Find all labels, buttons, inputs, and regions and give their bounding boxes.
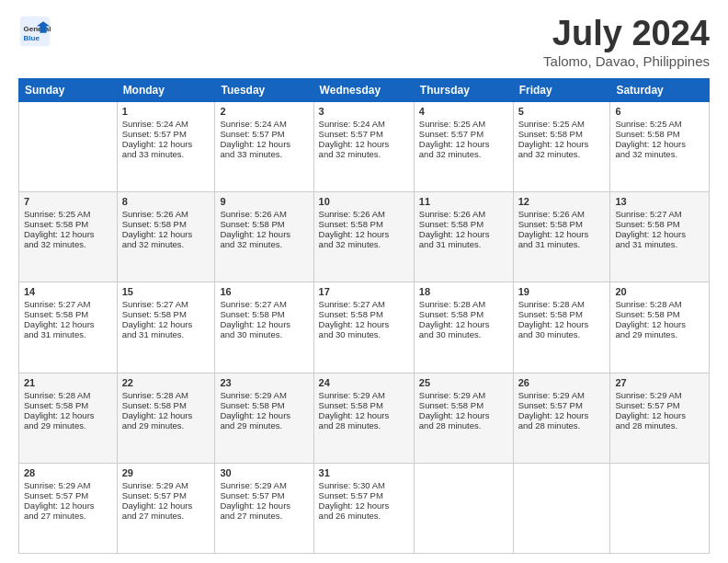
- cell-text: Sunrise: 5:28 AM: [122, 390, 210, 400]
- day-number: 18: [419, 286, 508, 297]
- cell-text: Sunrise: 5:29 AM: [122, 480, 210, 490]
- calendar-cell: 24Sunrise: 5:29 AMSunset: 5:58 PMDayligh…: [313, 373, 414, 463]
- calendar-title: July 2024: [543, 15, 710, 53]
- cell-text: Daylight: 12 hours: [220, 319, 308, 329]
- cell-text: Sunrise: 5:24 AM: [319, 119, 409, 129]
- cell-text: Sunrise: 5:25 AM: [24, 209, 112, 219]
- cell-text: Sunrise: 5:28 AM: [518, 299, 606, 309]
- cell-text: Sunset: 5:58 PM: [419, 219, 508, 229]
- calendar-cell: [610, 463, 710, 553]
- cell-text: and 30 minutes.: [518, 329, 606, 339]
- cell-text: Daylight: 12 hours: [615, 410, 704, 420]
- cell-text: Sunrise: 5:29 AM: [220, 390, 308, 400]
- cell-text: and 29 minutes.: [220, 420, 308, 431]
- cell-text: Sunset: 5:57 PM: [24, 490, 112, 500]
- cell-text: and 32 minutes.: [24, 239, 112, 249]
- calendar-table: Sunday Monday Tuesday Wednesday Thursday…: [18, 78, 710, 554]
- cell-text: Sunset: 5:58 PM: [24, 309, 112, 319]
- cell-text: and 28 minutes.: [419, 420, 508, 431]
- day-number: 11: [419, 196, 508, 207]
- calendar-cell: 16Sunrise: 5:27 AMSunset: 5:58 PMDayligh…: [215, 282, 313, 373]
- day-number: 20: [615, 286, 704, 297]
- calendar-cell: 2Sunrise: 5:24 AMSunset: 5:57 PMDaylight…: [215, 101, 313, 191]
- calendar-page: General Blue General Blue July 2024 Talo…: [0, 0, 728, 563]
- cell-text: and 28 minutes.: [319, 420, 409, 431]
- cell-text: Sunrise: 5:28 AM: [419, 299, 508, 309]
- cell-text: Sunset: 5:57 PM: [419, 129, 508, 139]
- cell-text: and 31 minutes.: [122, 329, 210, 339]
- cell-text: and 27 minutes.: [122, 511, 210, 521]
- cell-text: Sunset: 5:58 PM: [518, 129, 606, 139]
- cell-text: and 31 minutes.: [419, 239, 508, 249]
- col-wednesday: Wednesday: [313, 78, 414, 101]
- col-thursday: Thursday: [414, 78, 513, 101]
- day-number: 30: [220, 467, 308, 478]
- cell-text: Daylight: 12 hours: [518, 229, 606, 239]
- cell-text: and 28 minutes.: [518, 420, 606, 431]
- cell-text: Sunrise: 5:27 AM: [24, 299, 112, 309]
- cell-text: Sunrise: 5:28 AM: [615, 299, 704, 309]
- cell-text: and 29 minutes.: [24, 420, 112, 431]
- cell-text: Sunset: 5:57 PM: [319, 490, 409, 500]
- calendar-cell: 14Sunrise: 5:27 AMSunset: 5:58 PMDayligh…: [19, 282, 118, 373]
- calendar-cell: 26Sunrise: 5:29 AMSunset: 5:57 PMDayligh…: [513, 373, 610, 463]
- day-number: 16: [220, 286, 308, 297]
- cell-text: Sunrise: 5:25 AM: [419, 119, 508, 129]
- cell-text: Sunrise: 5:29 AM: [220, 480, 308, 490]
- cell-text: Daylight: 12 hours: [419, 410, 508, 420]
- cell-text: Sunrise: 5:27 AM: [220, 299, 308, 309]
- cell-text: Daylight: 12 hours: [24, 410, 112, 420]
- cell-text: and 33 minutes.: [220, 149, 308, 159]
- day-number: 4: [419, 106, 508, 117]
- calendar-cell: [414, 463, 513, 553]
- cell-text: Daylight: 12 hours: [122, 139, 210, 149]
- cell-text: Daylight: 12 hours: [220, 229, 308, 239]
- cell-text: and 32 minutes.: [319, 149, 409, 159]
- cell-text: Daylight: 12 hours: [319, 229, 409, 239]
- day-number: 5: [518, 106, 606, 117]
- col-sunday: Sunday: [19, 78, 118, 101]
- day-number: 25: [419, 377, 508, 388]
- calendar-cell: 31Sunrise: 5:30 AMSunset: 5:57 PMDayligh…: [313, 463, 414, 553]
- logo-icon: General Blue: [18, 15, 51, 48]
- day-number: 12: [518, 196, 606, 207]
- day-number: 26: [518, 377, 606, 388]
- cell-text: Sunrise: 5:28 AM: [24, 390, 112, 400]
- cell-text: and 32 minutes.: [220, 239, 308, 249]
- day-number: 2: [220, 106, 308, 117]
- cell-text: Sunset: 5:58 PM: [518, 219, 606, 229]
- col-monday: Monday: [117, 78, 215, 101]
- day-number: 10: [319, 196, 409, 207]
- cell-text: Daylight: 12 hours: [24, 229, 112, 239]
- cell-text: Daylight: 12 hours: [518, 319, 606, 329]
- calendar-cell: 18Sunrise: 5:28 AMSunset: 5:58 PMDayligh…: [414, 282, 513, 373]
- cell-text: Sunset: 5:57 PM: [122, 490, 210, 500]
- cell-text: Daylight: 12 hours: [122, 410, 210, 420]
- cell-text: Daylight: 12 hours: [319, 319, 409, 329]
- cell-text: Sunset: 5:58 PM: [220, 309, 308, 319]
- cell-text: Daylight: 12 hours: [122, 229, 210, 239]
- day-number: 28: [24, 467, 112, 478]
- calendar-cell: 22Sunrise: 5:28 AMSunset: 5:58 PMDayligh…: [117, 373, 215, 463]
- cell-text: Sunset: 5:57 PM: [615, 400, 704, 410]
- calendar-cell: 7Sunrise: 5:25 AMSunset: 5:58 PMDaylight…: [19, 192, 118, 282]
- calendar-cell: 15Sunrise: 5:27 AMSunset: 5:58 PMDayligh…: [117, 282, 215, 373]
- cell-text: Daylight: 12 hours: [615, 229, 704, 239]
- title-block: July 2024 Talomo, Davao, Philippines: [543, 15, 710, 69]
- calendar-cell: 3Sunrise: 5:24 AMSunset: 5:57 PMDaylight…: [313, 101, 414, 191]
- calendar-cell: 20Sunrise: 5:28 AMSunset: 5:58 PMDayligh…: [610, 282, 710, 373]
- cell-text: and 27 minutes.: [220, 511, 308, 521]
- cell-text: and 28 minutes.: [615, 420, 704, 431]
- day-number: 17: [319, 286, 409, 297]
- cell-text: Sunset: 5:58 PM: [24, 400, 112, 410]
- cell-text: Sunset: 5:57 PM: [518, 400, 606, 410]
- cell-text: and 29 minutes.: [122, 420, 210, 431]
- cell-text: and 30 minutes.: [419, 329, 508, 339]
- col-saturday: Saturday: [610, 78, 710, 101]
- cell-text: Sunset: 5:57 PM: [220, 490, 308, 500]
- cell-text: Daylight: 12 hours: [122, 500, 210, 511]
- cell-text: and 32 minutes.: [419, 149, 508, 159]
- day-number: 24: [319, 377, 409, 388]
- cell-text: Daylight: 12 hours: [319, 500, 409, 511]
- week-row-4: 21Sunrise: 5:28 AMSunset: 5:58 PMDayligh…: [19, 373, 710, 463]
